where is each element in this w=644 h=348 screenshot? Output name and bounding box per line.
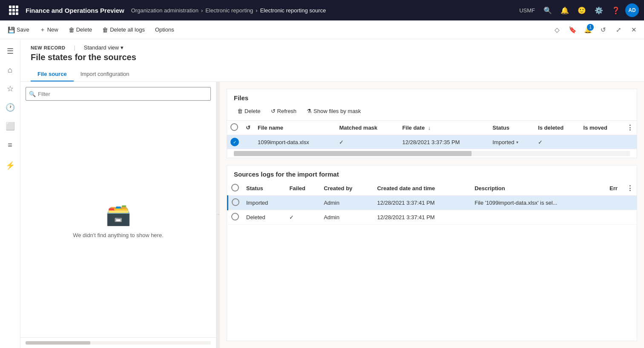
filter-input[interactable] (26, 87, 211, 101)
breadcrumb-sep-1: › (201, 7, 203, 14)
page-tabs: File source Import configuration (31, 67, 634, 81)
view-label: Standard view (84, 44, 119, 51)
waffle-menu[interactable] (5, 0, 22, 20)
files-table-scroll[interactable]: ↺ File name Matched mask File date (227, 121, 637, 149)
tab-file-source[interactable]: File source (31, 67, 74, 81)
nav-list-icon[interactable]: ≡ (2, 136, 19, 154)
open-external-btn[interactable]: ⤢ (612, 23, 625, 37)
record-header: NEW RECORD | Standard view ▾ File states… (20, 39, 644, 82)
row-select-cell[interactable]: ✓ (227, 135, 242, 149)
help-btn[interactable]: ❓ (608, 3, 624, 18)
diamond-icon-btn[interactable]: ◇ (550, 23, 564, 37)
notification-badge: 1 (587, 24, 594, 31)
settings-btn[interactable]: ⚙️ (591, 3, 607, 18)
files-table: ↺ File name Matched mask File date (227, 121, 637, 149)
two-panel: 🔍 🗃️ We didn't find anything to show her… (20, 82, 644, 348)
filter-bar: 🔍 (20, 82, 216, 104)
nav-home-icon[interactable]: ⌂ (2, 61, 19, 78)
log-table-row[interactable]: Deleted ✓ Admin 12/28/2021 3:37:41 PM (228, 210, 637, 225)
top-bar-actions: USMF 🔍 🔔 🙂 ⚙️ ❓ AD (516, 3, 639, 18)
nav-favorites-icon[interactable]: ☆ (2, 80, 19, 97)
col-file-date[interactable]: File date ↓ (399, 121, 489, 135)
row-refresh-cell (242, 135, 254, 149)
resize-handle[interactable]: ⋮ (216, 82, 220, 348)
nav-workspace-icon[interactable]: ⬜ (2, 118, 19, 135)
search-btn[interactable]: 🔍 (540, 3, 555, 18)
empty-basket-icon: 🗃️ (106, 203, 131, 227)
breadcrumb-item-3: Electronic reporting source (260, 7, 326, 14)
breadcrumb-item-2[interactable]: Electronic reporting (205, 7, 253, 14)
user-avatar[interactable]: AD (625, 3, 639, 17)
col-file-name[interactable]: File name (254, 121, 336, 135)
col-status[interactable]: Status (489, 121, 535, 135)
col-more[interactable]: ⋮ (623, 121, 637, 135)
log-row-created-by-2: Admin (320, 210, 374, 225)
log-row-failed-1 (286, 196, 320, 210)
chevron-down-icon: ▾ (121, 44, 124, 51)
bookmark-icon-btn[interactable]: 🔖 (566, 23, 579, 37)
log-row-created-by-1: Admin (320, 196, 374, 210)
main-layout: ☰ ⌂ ☆ 🕐 ⬜ ≡ ⚡ NEW RECORD | Standard view… (0, 39, 644, 348)
log-row-created-date-2: 12/28/2021 3:37:41 PM (374, 210, 471, 225)
col-select-all[interactable] (227, 121, 242, 135)
left-panel-empty: 🗃️ We didn't find anything to show here. (20, 104, 216, 337)
delete-icon: 🗑 (69, 26, 75, 33)
log-row-err-1 (606, 196, 623, 210)
files-section: Files 🗑 Delete ↺ Refresh ⚗ S (227, 89, 637, 158)
files-refresh-button[interactable]: ↺ Refresh (267, 105, 300, 117)
table-row[interactable]: ✓ 1099import-data.xlsx ✓ 12/28/2021 3:37… (227, 135, 637, 149)
row-status[interactable]: Imported ▾ (489, 135, 535, 149)
new-record-badge: NEW RECORD (31, 45, 65, 50)
nav-recent-icon[interactable]: 🕐 (2, 99, 19, 116)
files-section-title: Files (234, 94, 630, 102)
log-row-select-1[interactable] (228, 196, 243, 210)
breadcrumb-item-1[interactable]: Organization administration (131, 7, 198, 14)
log-col-err[interactable]: Err (606, 181, 623, 196)
delete-all-logs-button[interactable]: 🗑 Delete all logs (98, 23, 149, 37)
col-is-moved[interactable]: Is moved (580, 121, 623, 135)
view-selector[interactable]: Standard view ▾ (84, 44, 124, 51)
emoji-btn[interactable]: 🙂 (574, 3, 589, 18)
log-row-status-1: Imported (243, 196, 286, 210)
new-button[interactable]: ＋ New (35, 23, 63, 37)
content-area: NEW RECORD | Standard view ▾ File states… (20, 39, 644, 348)
files-delete-button[interactable]: 🗑 Delete (234, 105, 264, 117)
log-col-created-date[interactable]: Created date and time (374, 181, 471, 196)
log-col-failed[interactable]: Failed (286, 181, 320, 196)
delete-button[interactable]: 🗑 Delete (64, 23, 97, 37)
log-col-created-by[interactable]: Created by (320, 181, 374, 196)
col-is-deleted[interactable]: Is deleted (535, 121, 580, 135)
log-col-status[interactable]: Status (243, 181, 286, 196)
log-row-description-2 (471, 210, 606, 225)
log-col-select-all[interactable] (228, 181, 243, 196)
nav-filter-icon[interactable]: ⚡ (2, 157, 19, 174)
breadcrumb-sep-2: › (256, 7, 257, 14)
logs-table: Status Failed Created by C (227, 181, 637, 225)
sort-down-icon: ↓ (428, 125, 431, 131)
notification-count-btn[interactable]: 🔔 1 (581, 23, 595, 37)
nav-collapse-icon[interactable]: ☰ (2, 43, 19, 60)
log-row-created-date-1: 12/28/2021 3:37:41 PM (374, 196, 471, 210)
options-button[interactable]: Options (151, 23, 178, 37)
log-col-more[interactable]: ⋮ (623, 181, 637, 196)
show-files-by-mask-button[interactable]: ⚗ Show files by mask (303, 105, 364, 117)
waffle-icon (9, 6, 18, 15)
row-is-deleted: ✓ (535, 135, 580, 149)
trash-icon: 🗑 (237, 108, 243, 114)
save-button[interactable]: 💾 Save (3, 23, 34, 37)
toolbar-right-actions: ◇ 🔖 🔔 1 ↺ ⤢ ✕ (550, 23, 641, 37)
files-horizontal-scroll[interactable] (234, 151, 630, 156)
log-row-description-1: File '1099import-data.xlsx' is sel... (471, 196, 606, 210)
notification-btn[interactable]: 🔔 (557, 3, 572, 18)
page-title: File states for the sources (31, 52, 634, 62)
log-row-select-2[interactable] (228, 210, 243, 225)
logs-table-wrap[interactable]: Status Failed Created by C (227, 181, 637, 341)
close-btn[interactable]: ✕ (627, 23, 641, 37)
tab-import-configuration[interactable]: Import configuration (74, 67, 136, 81)
log-table-row[interactable]: Imported Admin 12/28/2021 3:37:41 PM Fil… (228, 196, 637, 210)
app-title: Finance and Operations Preview (22, 7, 131, 14)
log-col-description[interactable]: Description (471, 181, 606, 196)
refresh-icon-btn[interactable]: ↺ (596, 23, 610, 37)
save-icon: 💾 (8, 26, 15, 33)
col-matched-mask[interactable]: Matched mask (336, 121, 399, 135)
